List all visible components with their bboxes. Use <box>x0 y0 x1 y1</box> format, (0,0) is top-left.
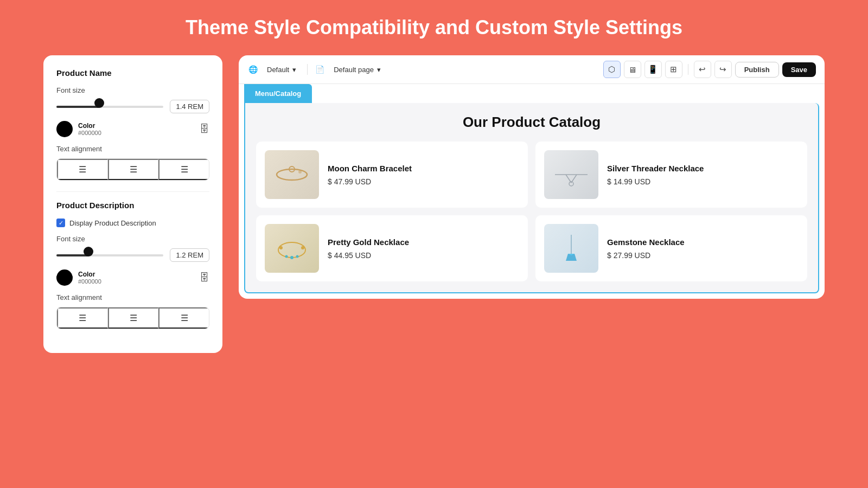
product-name-1: Silver Threader Necklace <box>607 164 704 173</box>
text-alignment-label-1: Text alignment <box>56 145 209 153</box>
toolbar: 🌐 Default ▾ 📄 Default page ▾ ⬡ 🖥 📱 ⊞ ↩ ↪… <box>239 55 825 84</box>
globe-icon: 🌐 <box>247 64 258 75</box>
product-name-section-title: Product Name <box>56 68 209 78</box>
display-description-label: Display Product Description <box>69 219 156 227</box>
page-title: Theme Style Compatibility and Custom Sty… <box>186 16 682 39</box>
display-description-checkbox[interactable]: ✓ <box>56 219 65 227</box>
db-icon-1[interactable]: 🗄 <box>200 124 209 135</box>
align-left-btn-2[interactable]: ☰ <box>57 307 108 329</box>
alignment-row-1: ☰ ☰ ☰ <box>56 158 209 181</box>
page-dropdown-label: Default page <box>334 66 374 74</box>
color-row-2: Color #000000 🗄 <box>56 269 209 286</box>
product-info-2: Pretty Gold Necklace $ 44.95 USD <box>328 237 409 260</box>
color-info-1: Color #000000 <box>78 122 101 136</box>
product-info-1: Silver Threader Necklace $ 14.99 USD <box>607 164 704 186</box>
cursor-tool-btn[interactable]: ⬡ <box>603 61 621 78</box>
product-name-2: Pretty Gold Necklace <box>328 237 409 247</box>
content-area: Product Name Font size 1.4 REM Color #00… <box>43 55 825 353</box>
toolbar-separator-2 <box>688 64 688 75</box>
svg-point-11 <box>296 255 299 258</box>
product-card-0: Moon Charm Bracelet $ 47.99 USD <box>256 142 528 208</box>
publish-button[interactable]: Publish <box>735 62 779 78</box>
color-swatch-1 <box>56 121 73 137</box>
product-price-0: $ 47.99 USD <box>328 177 412 186</box>
catalog-area: Our Product Catalog Moon Charm Bra <box>244 103 819 293</box>
default-dropdown[interactable]: Default ▾ <box>263 63 301 76</box>
align-right-btn-2[interactable]: ☰ <box>158 307 209 329</box>
editor-body: Menu/Catalog Our Product Catalog <box>239 84 825 293</box>
font-size-slider-2[interactable] <box>56 251 163 260</box>
product-image-2 <box>265 224 319 273</box>
font-size-slider-1[interactable] <box>56 102 163 112</box>
tab-bar: Menu/Catalog <box>244 84 819 103</box>
rem-value-1: 1.4 REM <box>170 100 209 113</box>
product-image-0 <box>265 150 319 199</box>
align-left-btn-1[interactable]: ☰ <box>57 159 108 180</box>
product-name-3: Gemstone Necklace <box>607 237 685 247</box>
color-row-1: Color #000000 🗄 <box>56 121 209 137</box>
svg-point-7 <box>278 242 305 258</box>
product-info-0: Moon Charm Bracelet $ 47.99 USD <box>328 164 412 186</box>
color-label-1: Color <box>78 122 101 130</box>
font-size-label-1: Font size <box>56 86 209 94</box>
product-description-section-title: Product Description <box>56 201 209 210</box>
page-dropdown[interactable]: Default page ▾ <box>329 63 385 76</box>
page-icon: 📄 <box>314 64 325 75</box>
color-swatch-2 <box>56 269 73 286</box>
svg-point-8 <box>279 246 283 249</box>
font-size-slider-row-1: 1.4 REM <box>56 100 209 113</box>
display-description-checkbox-row: ✓ Display Product Description <box>56 219 209 227</box>
toolbar-separator-1 <box>307 64 308 75</box>
checkbox-check-icon: ✓ <box>59 220 63 227</box>
color-hex-2: #000000 <box>78 278 101 285</box>
align-center-btn-2[interactable]: ☰ <box>108 307 159 329</box>
font-size-slider-row-2: 1.2 REM <box>56 248 209 262</box>
desktop-preview-btn[interactable]: 🖥 <box>624 61 641 78</box>
svg-point-10 <box>290 256 293 259</box>
alignment-row-2: ☰ ☰ ☰ <box>56 307 209 329</box>
color-info-2: Color #000000 <box>78 271 101 285</box>
text-alignment-label-2: Text alignment <box>56 293 209 301</box>
svg-point-12 <box>285 255 288 258</box>
products-grid: Moon Charm Bracelet $ 47.99 USD <box>256 142 807 281</box>
db-icon-2[interactable]: 🗄 <box>200 272 209 284</box>
product-price-3: $ 27.99 USD <box>607 251 685 260</box>
default-dropdown-label: Default <box>267 66 289 74</box>
svg-point-9 <box>301 246 304 249</box>
svg-point-2 <box>298 170 302 174</box>
product-card-2: Pretty Gold Necklace $ 44.95 USD <box>256 215 528 281</box>
svg-point-0 <box>277 169 307 180</box>
color-label-2: Color <box>78 271 101 278</box>
page-chevron-icon: ▾ <box>377 66 381 74</box>
product-price-1: $ 14.99 USD <box>607 177 704 186</box>
undo-btn[interactable]: ↩ <box>694 61 711 78</box>
color-hex-1: #000000 <box>78 130 101 136</box>
menu-catalog-tab[interactable]: Menu/Catalog <box>244 84 312 103</box>
rem-value-2: 1.2 REM <box>170 248 209 262</box>
default-chevron-icon: ▾ <box>292 66 296 74</box>
grid-view-btn[interactable]: ⊞ <box>665 61 682 78</box>
align-center-btn-1[interactable]: ☰ <box>108 159 159 180</box>
product-name-0: Moon Charm Bracelet <box>328 164 412 173</box>
font-size-label-2: Font size <box>56 235 209 243</box>
product-image-3 <box>544 224 598 273</box>
left-panel: Product Name Font size 1.4 REM Color #00… <box>43 55 222 353</box>
mobile-preview-btn[interactable]: 📱 <box>644 61 662 78</box>
align-right-btn-1[interactable]: ☰ <box>158 159 209 180</box>
save-button[interactable]: Save <box>782 62 816 77</box>
product-info-3: Gemstone Necklace $ 27.99 USD <box>607 237 685 260</box>
right-panel: 🌐 Default ▾ 📄 Default page ▾ ⬡ 🖥 📱 ⊞ ↩ ↪… <box>239 55 825 299</box>
divider-1 <box>56 191 209 192</box>
product-image-1 <box>544 150 598 199</box>
product-card-3: Gemstone Necklace $ 27.99 USD <box>535 215 807 281</box>
redo-btn[interactable]: ↪ <box>714 61 732 78</box>
product-price-2: $ 44.95 USD <box>328 251 409 260</box>
catalog-title: Our Product Catalog <box>256 114 807 131</box>
product-card-1: Silver Threader Necklace $ 14.99 USD <box>535 142 807 208</box>
toolbar-right: ⬡ 🖥 📱 ⊞ ↩ ↪ Publish Save <box>603 61 816 78</box>
